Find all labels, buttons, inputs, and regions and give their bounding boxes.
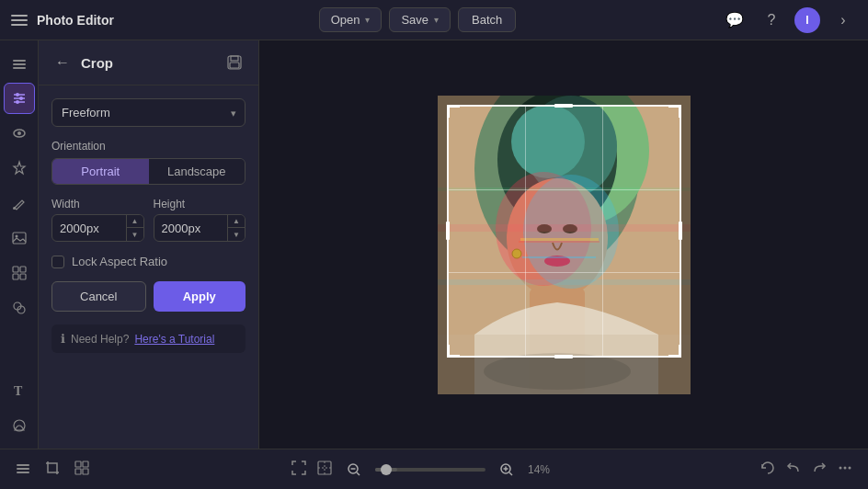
svg-point-63: [839, 466, 842, 469]
panel-header: ← Crop: [39, 40, 258, 85]
crop-handle-right[interactable]: [679, 222, 682, 240]
save-button[interactable]: Save ▾: [389, 7, 451, 32]
svg-rect-2: [13, 67, 26, 69]
menu-icon[interactable]: [11, 11, 29, 29]
text-icon-btn[interactable]: T: [4, 375, 35, 406]
svg-point-6: [19, 97, 23, 100]
open-button[interactable]: Open ▾: [319, 7, 383, 32]
zoom-thumb[interactable]: [381, 464, 392, 475]
more-icon[interactable]: [837, 460, 853, 480]
svg-rect-25: [230, 63, 239, 68]
landscape-button[interactable]: Landscape: [149, 159, 246, 184]
crop-handle-br[interactable]: [668, 345, 681, 358]
crop-panel: ← Crop Freeform 1:1 4:3 16:9 3:2: [39, 40, 259, 449]
zoom-slider[interactable]: [375, 468, 485, 472]
crop-handle-left[interactable]: [446, 222, 450, 240]
layers-bottom-icon[interactable]: [15, 460, 31, 480]
zoom-unit: %: [540, 463, 550, 476]
svg-point-4: [16, 93, 19, 97]
width-spinners: ▲ ▼: [126, 215, 143, 241]
svg-text:T: T: [14, 384, 23, 398]
height-label: Height: [154, 198, 246, 210]
width-input-wrap: ▲ ▼: [51, 214, 144, 242]
width-input[interactable]: [52, 216, 126, 241]
svg-rect-1: [13, 63, 26, 65]
crop-handle-top[interactable]: [554, 104, 573, 108]
main: T ← Crop F: [0, 40, 868, 449]
help-icon[interactable]: ?: [758, 6, 785, 34]
layers-icon-btn[interactable]: [4, 48, 35, 79]
image-icon-btn[interactable]: [4, 222, 35, 254]
orientation-section: Orientation Portrait Landscape: [51, 140, 246, 185]
topbar-center: Open ▾ Save ▾ Batch: [125, 7, 710, 32]
portrait-button[interactable]: Portrait: [52, 159, 149, 184]
crop-bottom-icon[interactable]: [44, 460, 61, 480]
crop-handle-bl[interactable]: [447, 345, 460, 358]
width-up-spinner[interactable]: ▲: [127, 215, 143, 228]
svg-rect-53: [75, 469, 81, 474]
topbar-left: Photo Editor: [11, 11, 114, 29]
app-title: Photo Editor: [37, 13, 114, 28]
zoom-out-icon[interactable]: [342, 458, 366, 482]
bottom-left: [15, 460, 90, 480]
height-up-spinner[interactable]: ▲: [228, 215, 245, 228]
action-btn-row: Cancel Apply: [51, 281, 246, 312]
effects-icon-btn[interactable]: [4, 292, 35, 324]
icon-bar: T: [0, 40, 39, 449]
height-down-spinner[interactable]: ▼: [228, 228, 245, 241]
width-down-spinner[interactable]: ▼: [127, 228, 143, 241]
orientation-label: Orientation: [51, 140, 246, 153]
shape-icon-btn[interactable]: [4, 410, 35, 441]
adjustments-icon-btn[interactable]: [4, 83, 35, 114]
undo-icon[interactable]: [785, 460, 802, 480]
magic-icon-btn[interactable]: [4, 153, 35, 184]
svg-rect-15: [13, 267, 18, 272]
canvas-area[interactable]: [259, 40, 868, 449]
topbar: Photo Editor Open ▾ Save ▾ Batch 💬 ? I ›: [0, 0, 868, 40]
crop-overlay[interactable]: [447, 105, 681, 358]
redo-icon[interactable]: [811, 460, 828, 480]
eye-icon-btn[interactable]: [4, 118, 35, 149]
svg-rect-52: [83, 461, 88, 467]
back-button[interactable]: ←: [51, 51, 74, 74]
panel-save-icon[interactable]: [223, 51, 246, 74]
height-group: Height ▲ ▼: [154, 198, 246, 242]
refresh-icon[interactable]: [760, 460, 776, 480]
apply-button[interactable]: Apply: [154, 281, 246, 312]
lock-checkbox[interactable]: [51, 256, 64, 268]
open-label: Open: [331, 13, 360, 27]
crop-handle-bottom[interactable]: [554, 355, 573, 358]
batch-label: Batch: [472, 13, 502, 27]
width-label: Width: [51, 198, 144, 210]
expand-icon[interactable]: ›: [829, 6, 857, 34]
resize-icon[interactable]: [316, 460, 333, 480]
grid-bottom-icon[interactable]: [74, 460, 90, 480]
chat-icon[interactable]: 💬: [721, 6, 748, 34]
preset-select-wrapper: Freeform 1:1 4:3 16:9 3:2 ▾: [51, 98, 246, 127]
zoom-in-icon[interactable]: [495, 458, 519, 482]
dimensions-row: Width ▲ ▼ Height ▲: [51, 198, 246, 242]
height-input[interactable]: [154, 216, 228, 241]
batch-button[interactable]: Batch: [458, 7, 516, 32]
brush-icon-btn[interactable]: [4, 188, 35, 219]
help-link[interactable]: Here's a Tutorial: [134, 333, 214, 346]
svg-rect-51: [75, 461, 81, 467]
svg-rect-13: [13, 233, 26, 244]
panel-content: Freeform 1:1 4:3 16:9 3:2 ▾ Orientation …: [39, 85, 258, 366]
grid-icon-btn[interactable]: [4, 257, 35, 289]
svg-marker-11: [14, 162, 25, 174]
preset-select[interactable]: Freeform 1:1 4:3 16:9 3:2: [51, 98, 246, 127]
svg-point-64: [844, 466, 847, 469]
svg-rect-48: [17, 464, 29, 466]
svg-point-14: [15, 235, 17, 238]
svg-rect-49: [17, 468, 29, 470]
crop-handle-tl[interactable]: [447, 105, 460, 118]
avatar[interactable]: I: [794, 7, 820, 33]
crop-handle-tr[interactable]: [668, 105, 681, 118]
grid-h2: [449, 272, 680, 273]
svg-point-8: [16, 100, 19, 104]
fit-icon[interactable]: [291, 460, 307, 480]
panel-title: Crop: [81, 55, 216, 71]
cancel-button[interactable]: Cancel: [51, 281, 146, 312]
info-icon: ℹ: [61, 332, 65, 346]
